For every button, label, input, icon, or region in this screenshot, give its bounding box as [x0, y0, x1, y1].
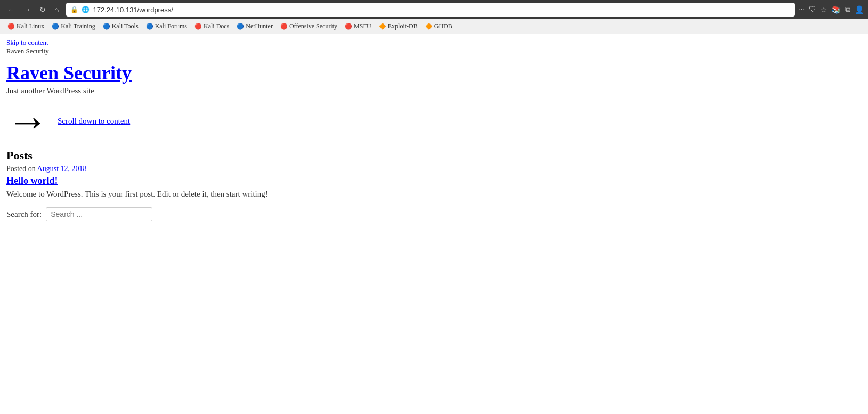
- right-arrow-icon: →: [6, 100, 49, 142]
- bookmark-ghdb[interactable]: 🔶 GHDB: [422, 21, 456, 31]
- forward-button[interactable]: →: [20, 3, 34, 16]
- kali-tools-icon: 🔵: [103, 23, 110, 30]
- bookmark-msfu[interactable]: 🔴 MSFU: [342, 21, 375, 31]
- bookmark-kali-training[interactable]: 🔵 Kali Training: [48, 21, 98, 31]
- post-date-label: Posted on: [6, 165, 36, 173]
- bookmark-exploit-db[interactable]: 🔶 Exploit-DB: [376, 21, 421, 31]
- favicon-icon: 🌐: [82, 6, 90, 14]
- bookmark-offensive-security[interactable]: 🔴 Offensive Security: [277, 21, 340, 31]
- site-tagline: Just another WordPress site: [6, 86, 862, 95]
- profile-icon[interactable]: 👤: [855, 5, 864, 14]
- shield-icon: 🛡: [809, 5, 816, 14]
- post-date-link[interactable]: August 12, 2018: [37, 165, 87, 173]
- post-excerpt: Welcome to WordPress. This is your first…: [6, 190, 862, 199]
- site-title[interactable]: Raven Security: [6, 62, 862, 84]
- nethunter-icon: 🔵: [237, 23, 244, 30]
- offensive-security-icon: 🔴: [280, 23, 288, 30]
- kali-forums-icon: 🔵: [146, 23, 153, 30]
- scroll-down-link[interactable]: Scroll down to content: [58, 117, 130, 126]
- bookmark-kali-forums[interactable]: 🔵 Kali Forums: [143, 21, 190, 31]
- search-label: Search for:: [6, 210, 42, 219]
- kali-training-icon: 🔵: [52, 23, 59, 30]
- msfu-icon: 🔴: [345, 23, 352, 30]
- browser-chrome: ← → ↻ ⌂ 🔒 🌐 ··· 🛡 ☆ 📚 ⧉ 👤: [0, 0, 868, 19]
- breadcrumb: Raven Security: [6, 47, 862, 58]
- arrow-area: → Scroll down to content: [6, 100, 862, 142]
- page-content: Skip to content Raven Security Raven Sec…: [0, 34, 868, 414]
- skip-to-content-link[interactable]: Skip to content: [6, 34, 862, 47]
- post-meta: Posted on August 12, 2018: [6, 165, 862, 173]
- ghdb-icon: 🔶: [425, 23, 433, 30]
- home-button[interactable]: ⌂: [51, 3, 62, 16]
- nav-buttons: ← → ↻ ⌂: [4, 3, 62, 16]
- star-icon[interactable]: ☆: [821, 5, 828, 14]
- library-icon[interactable]: 📚: [832, 5, 841, 14]
- bookmark-kali-linux[interactable]: 🔴 Kali Linux: [4, 21, 47, 31]
- bookmark-nethunter[interactable]: 🔵 NetHunter: [233, 21, 276, 31]
- bookmark-kali-tools[interactable]: 🔵 Kali Tools: [100, 21, 142, 31]
- search-input[interactable]: [46, 207, 152, 221]
- sidebar-icon[interactable]: ⧉: [845, 5, 850, 14]
- back-button[interactable]: ←: [4, 3, 18, 16]
- address-bar[interactable]: 🔒 🌐: [66, 3, 794, 17]
- kali-docs-icon: 🔴: [194, 23, 202, 30]
- more-options-button[interactable]: ···: [799, 5, 805, 14]
- post-title-link[interactable]: Hello world!: [6, 175, 862, 186]
- posts-heading: Posts: [6, 149, 862, 163]
- exploit-db-icon: 🔶: [379, 23, 386, 30]
- toolbar-right: ··· 🛡 ☆ 📚 ⧉ 👤: [799, 5, 864, 14]
- search-area: Search for:: [6, 207, 862, 221]
- browser-toolbar: ← → ↻ ⌂ 🔒 🌐 ··· 🛡 ☆ 📚 ⧉ 👤: [0, 0, 868, 19]
- kali-linux-icon: 🔴: [7, 23, 15, 30]
- bookmarks-bar: 🔴 Kali Linux 🔵 Kali Training 🔵 Kali Tool…: [0, 19, 868, 34]
- lock-icon: 🔒: [70, 6, 78, 14]
- reload-button[interactable]: ↻: [36, 3, 49, 16]
- address-input[interactable]: [93, 6, 790, 14]
- bookmark-kali-docs[interactable]: 🔴 Kali Docs: [191, 21, 232, 31]
